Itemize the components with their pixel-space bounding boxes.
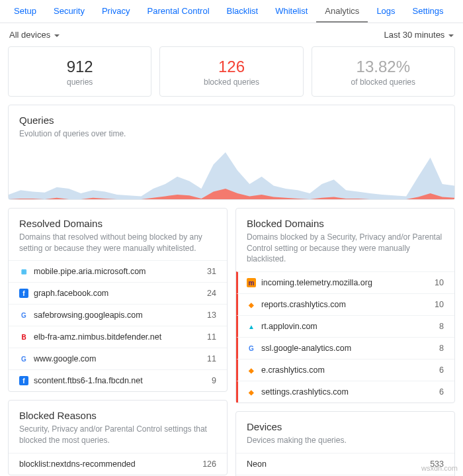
resolved-domains-card: Resolved Domains Domains that resolved w… xyxy=(8,208,228,393)
domain-label: scontent.ftbs6-1.fna.fbcdn.net xyxy=(34,376,212,385)
list-item[interactable]: ◆e.crashlytics.com6 xyxy=(236,359,454,381)
g-icon: G xyxy=(19,354,28,363)
count-label: 10 xyxy=(435,278,444,287)
domain-label: rt.applovin.com xyxy=(261,322,439,331)
g-icon: G xyxy=(19,310,28,320)
list-item[interactable]: Gwww.google.com11 xyxy=(9,348,227,369)
count-label: 31 xyxy=(207,267,216,276)
fi-icon: ◆ xyxy=(247,387,256,397)
tab-analytics[interactable]: Analytics xyxy=(316,0,368,23)
list-item[interactable]: fgraph.facebook.com24 xyxy=(9,282,227,304)
tab-blacklist[interactable]: Blacklist xyxy=(218,0,267,23)
fi-icon: ◆ xyxy=(247,365,256,375)
tab-whitelist[interactable]: Whitelist xyxy=(267,0,316,23)
count-label: 9 xyxy=(212,376,216,385)
count-label: 8 xyxy=(439,322,444,331)
stat-percent: 13.82% of blocked queries xyxy=(312,46,455,97)
tab-parental-control[interactable]: Parental Control xyxy=(139,0,218,23)
domain-label: e.crashlytics.com xyxy=(261,365,439,375)
domain-label: blocklist:nextdns-recommended xyxy=(19,459,202,469)
list-item[interactable]: Gssl.google-analytics.com8 xyxy=(236,337,454,359)
count-label: 13 xyxy=(207,310,216,320)
stat-blocked: 126 blocked queries xyxy=(159,46,303,97)
tab-setup[interactable]: Setup xyxy=(5,0,45,23)
stats-row: 912 queries 126 blocked queries 13.82% o… xyxy=(0,46,463,105)
mz-icon: m xyxy=(247,278,256,287)
domain-label: safebrowsing.googleapis.com xyxy=(34,310,207,320)
section-desc: Evolution of queries over time. xyxy=(19,128,444,140)
list-item[interactable]: ◆settings.crashlytics.com6 xyxy=(236,381,454,403)
blocked-domains-card: Blocked Domains Domains blocked by a Sec… xyxy=(235,208,455,403)
stat-label: blocked queries xyxy=(165,77,297,87)
list-item[interactable]: ◆reports.crashlytics.com10 xyxy=(236,293,454,315)
section-title: Devices xyxy=(236,421,454,432)
chevron-down-icon xyxy=(54,34,60,40)
stat-value: 912 xyxy=(14,58,146,76)
count-label: 8 xyxy=(439,344,444,353)
list-item[interactable]: ⊞mobile.pipe.aria.microsoft.com31 xyxy=(9,260,227,282)
section-desc: Security, Privacy and/or Parental Contro… xyxy=(9,424,227,446)
domain-label: settings.crashlytics.com xyxy=(261,387,439,397)
queries-area-chart xyxy=(9,146,454,199)
g-icon: G xyxy=(247,344,256,353)
domain-label: elb-fra-amz.nimbus.bitdefender.net xyxy=(34,332,207,342)
time-filter[interactable]: Last 30 minutes xyxy=(384,30,454,40)
al-icon: ▲ xyxy=(247,322,256,331)
section-title: Queries xyxy=(19,115,444,126)
list-item[interactable]: ▲rt.applovin.com8 xyxy=(236,315,454,337)
count-label: 24 xyxy=(207,289,216,298)
chevron-down-icon xyxy=(448,34,454,40)
domain-label: incoming.telemetry.mozilla.org xyxy=(261,278,435,287)
list-item[interactable]: blocklist:nextdns-recommended126 xyxy=(9,453,227,475)
section-desc: Domains that resolved without being bloc… xyxy=(9,232,227,254)
bd-icon: B xyxy=(19,332,28,342)
section-title: Blocked Domains xyxy=(236,218,454,229)
domain-label: mobile.pipe.aria.microsoft.com xyxy=(34,267,207,276)
section-desc: Devices making the queries. xyxy=(236,435,454,446)
domain-label: Neon xyxy=(247,459,430,469)
list-item[interactable]: Gsafebrowsing.googleapis.com13 xyxy=(9,304,227,326)
count-label: 10 xyxy=(435,300,444,309)
domain-label: www.google.com xyxy=(34,354,207,363)
section-title: Blocked Reasons xyxy=(9,410,227,421)
tab-logs[interactable]: Logs xyxy=(368,0,403,23)
time-filter-label: Last 30 minutes xyxy=(384,30,445,40)
list-item[interactable]: Belb-fra-amz.nimbus.bitdefender.net11 xyxy=(9,326,227,348)
list-item[interactable]: fscontent.ftbs6-1.fna.fbcdn.net9 xyxy=(9,369,227,391)
filter-bar: All devices Last 30 minutes xyxy=(0,23,463,46)
section-desc: Domains blocked by a Security, Privacy a… xyxy=(236,232,454,265)
section-title: Resolved Domains xyxy=(9,218,227,229)
stat-value: 13.82% xyxy=(317,58,449,76)
device-filter-label: All devices xyxy=(9,30,50,40)
stat-queries: 912 queries xyxy=(8,46,151,97)
domain-label: graph.facebook.com xyxy=(34,289,207,298)
count-label: 11 xyxy=(207,332,216,342)
ms-icon: ⊞ xyxy=(19,267,28,276)
count-label: 6 xyxy=(439,365,444,375)
fb-icon: f xyxy=(19,376,28,385)
count-label: 11 xyxy=(207,354,216,363)
domain-label: ssl.google-analytics.com xyxy=(261,344,439,353)
watermark: wsxdn.com xyxy=(421,464,458,472)
nav-tabs: SetupSecurityPrivacyParental ControlBlac… xyxy=(0,0,463,23)
tab-settings[interactable]: Settings xyxy=(404,0,452,23)
device-filter[interactable]: All devices xyxy=(9,30,60,40)
count-label: 126 xyxy=(202,459,216,469)
blocked-reasons-card: Blocked Reasons Security, Privacy and/or… xyxy=(8,400,228,475)
domain-label: reports.crashlytics.com xyxy=(261,300,435,309)
stat-value: 126 xyxy=(165,58,297,76)
fb-icon: f xyxy=(19,289,28,298)
list-item[interactable]: mincoming.telemetry.mozilla.org10 xyxy=(236,271,454,293)
stat-label: queries xyxy=(14,77,146,87)
stat-label: of blocked queries xyxy=(317,77,449,87)
tab-privacy[interactable]: Privacy xyxy=(93,0,139,23)
tab-security[interactable]: Security xyxy=(45,0,93,23)
count-label: 6 xyxy=(439,387,444,397)
fi-icon: ◆ xyxy=(247,300,256,309)
queries-chart-card: Queries Evolution of queries over time. xyxy=(8,105,455,200)
